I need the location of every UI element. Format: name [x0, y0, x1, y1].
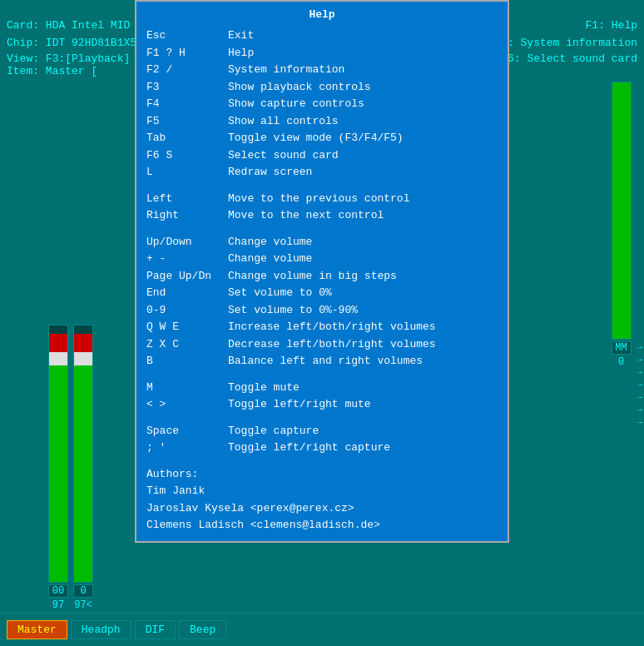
- help-desc: Change volume: [228, 251, 312, 267]
- vol-label-1: 97: [52, 599, 64, 611]
- help-key: F1 ? H: [146, 45, 221, 62]
- help-desc: Move to the previous control: [228, 191, 409, 207]
- help-desc: Exit: [228, 27, 254, 44]
- right-volume-area: MM 0 → → → → → → →: [598, 75, 644, 611]
- help-key: Space: [146, 423, 221, 440]
- help-desc: Show capture controls: [228, 96, 364, 112]
- vol-slider-col-1: 00 97: [48, 325, 68, 611]
- right-vol-label: 0: [618, 356, 624, 368]
- help-key: Authors:: [146, 466, 221, 483]
- right-vol-slider-col: MM 0: [612, 82, 632, 368]
- arrow-2: →: [637, 355, 642, 365]
- help-row: F3Show playback controls: [146, 79, 498, 96]
- help-row: F5Show all controls: [146, 113, 498, 130]
- help-row: F1 ? HHelp: [146, 45, 498, 62]
- help-key: Up/Down: [146, 234, 221, 251]
- help-key: Right: [146, 207, 221, 224]
- vol-red-2: [74, 334, 92, 352]
- help-spacer: [146, 457, 498, 465]
- vol-num-1: 00: [48, 584, 68, 598]
- help-row: F2 /System information: [146, 62, 498, 78]
- vol-green-1: [49, 365, 67, 582]
- help-key: F2 /: [146, 62, 221, 78]
- help-spacer: [146, 225, 498, 233]
- help-desc: Increase left/both/right volumes: [228, 319, 436, 335]
- help-desc: System information: [228, 62, 344, 78]
- arrow-5: →: [637, 393, 642, 402]
- help-row: LeftMove to the previous control: [146, 191, 498, 207]
- arrow-7: →: [637, 418, 642, 427]
- help-key: 0-9: [146, 302, 221, 319]
- help-key: Z X C: [146, 336, 221, 353]
- arrow-3: →: [637, 368, 642, 377]
- help-dialog-title: Help: [146, 8, 498, 21]
- vol-red-1: [49, 334, 67, 352]
- help-row: Up/DownChange volume: [146, 234, 498, 251]
- help-row: EndSet volume to 0%: [146, 285, 498, 301]
- help-desc: Toggle capture: [228, 423, 319, 440]
- right-vol-num: MM: [612, 341, 632, 355]
- right-vol-bar: [612, 82, 632, 340]
- vol-white-2: [74, 352, 92, 365]
- tab-headphone[interactable]: Headph: [71, 620, 131, 639]
- f2-value: System information: [521, 37, 637, 49]
- help-row: BBalance left and right volumes: [146, 353, 498, 370]
- help-row: Clemens Ladisch <clemens@ladisch.de>: [146, 517, 498, 534]
- help-key: L: [146, 164, 221, 181]
- help-row: F6 SSelect sound card: [146, 147, 498, 164]
- help-row: Tim Janik: [146, 483, 498, 499]
- help-desc: Toggle left/right capture: [228, 440, 390, 456]
- help-row: ; 'Toggle left/right capture: [146, 440, 498, 456]
- arrow-4: →: [637, 380, 642, 390]
- help-desc: Select sound card: [228, 147, 339, 164]
- help-key: Q W E: [146, 319, 221, 335]
- help-row: Z X CDecrease left/both/right volumes: [146, 336, 498, 353]
- bottom-tab-bar: Master Headph DIF Beep: [0, 613, 644, 646]
- help-desc: Change volume: [228, 234, 312, 251]
- vol-bar-inner-1: [49, 334, 67, 582]
- help-row: Page Up/DnChange volume in big steps: [146, 268, 498, 285]
- help-desc: Redraw screen: [228, 164, 312, 181]
- f1-label: F1:: [586, 19, 605, 32]
- vol-label-2: 97<: [74, 599, 92, 611]
- help-key: F6 S: [146, 147, 221, 164]
- help-spacer: [146, 181, 498, 190]
- help-key: ; ': [146, 440, 221, 456]
- help-row: Authors:: [146, 466, 498, 483]
- help-key: B: [146, 353, 221, 370]
- help-spacer: [146, 370, 498, 379]
- help-key: Clemens Ladisch <clemens@ladisch.de>: [146, 517, 380, 534]
- help-key: Page Up/Dn: [146, 268, 221, 285]
- right-arrows-container: → → → → → → →: [637, 343, 642, 427]
- tab-master[interactable]: Master: [7, 620, 67, 639]
- help-row: EscExit: [146, 27, 498, 44]
- help-content: EscExitF1 ? HHelpF2 /System informationF…: [146, 27, 498, 534]
- arrow-6: →: [637, 405, 642, 415]
- arrow-1: →: [637, 343, 642, 352]
- help-row: 0-9Set volume to 0%-90%: [146, 302, 498, 319]
- help-key: Left: [146, 191, 221, 207]
- help-desc: Set volume to 0%: [228, 285, 332, 301]
- vol-sliders-row: 00 97 0 97<: [48, 82, 93, 611]
- help-key: < >: [146, 396, 221, 413]
- help-desc: Show all controls: [228, 113, 339, 130]
- tab-beep[interactable]: Beep: [179, 620, 226, 639]
- vol-num-2: 0: [73, 584, 93, 598]
- help-row: F4Show capture controls: [146, 96, 498, 112]
- help-key: F3: [146, 79, 221, 96]
- help-key: M: [146, 380, 221, 396]
- tab-dif[interactable]: DIF: [135, 620, 176, 639]
- left-volume-area: 00 97 0 97<: [0, 75, 141, 611]
- help-key: Tab: [146, 130, 221, 147]
- help-key: Tim Janik: [146, 483, 221, 499]
- help-desc: Decrease left/both/right volumes: [228, 336, 436, 353]
- help-row: MToggle mute: [146, 380, 498, 396]
- view-label: View:: [7, 52, 39, 65]
- help-row: SpaceToggle capture: [146, 423, 498, 440]
- help-key: Esc: [146, 27, 221, 44]
- vol-bar-inner-2: [74, 334, 92, 582]
- vol-bar-2: [73, 325, 93, 583]
- help-key: F5: [146, 113, 221, 130]
- f6-info: F6: Select sound card: [501, 52, 637, 65]
- help-dialog: Help EscExitF1 ? HHelpF2 /System informa…: [135, 0, 509, 543]
